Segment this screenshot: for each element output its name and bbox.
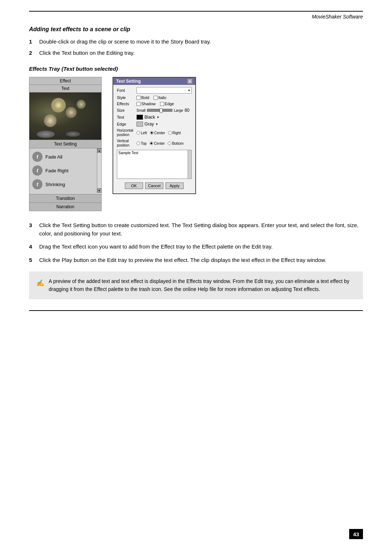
figure-caption: Effects Tray (Text button selected) xyxy=(29,66,363,72)
step-5: 5 Click the Play button on the Edit tray… xyxy=(29,256,363,264)
flower-2 xyxy=(66,107,77,118)
cancel-button[interactable]: Cancel xyxy=(145,182,163,189)
text-setting-bar: Text Setting xyxy=(29,140,101,148)
h-center-label: Center xyxy=(154,131,165,135)
font-row: Font ▼ xyxy=(117,87,192,94)
text-color-label: Black xyxy=(144,115,155,120)
text-color-row: Text Black ▼ xyxy=(117,115,192,120)
size-slider[interactable] xyxy=(147,109,172,112)
effects-checkboxes: Shadow Edge xyxy=(136,102,174,106)
step-num-1: 1 xyxy=(29,38,39,46)
v-top-radio[interactable]: Top xyxy=(136,141,147,145)
step-intro-1: 1 Double-click or drag the clip or scene… xyxy=(29,38,363,46)
h-left-label: Left xyxy=(141,131,147,135)
h-center-radio[interactable]: Center xyxy=(150,131,165,135)
style-checkboxes: Bold Italic xyxy=(136,95,167,100)
edge-field-label: Edge xyxy=(117,122,135,126)
step-4: 4 Drag the Text effect icon you want to … xyxy=(29,243,363,251)
fade-all-label: Fade All xyxy=(45,154,62,160)
edge-color-dropdown[interactable]: Gray ▼ xyxy=(136,122,192,127)
dialog-close-button[interactable]: × xyxy=(187,79,192,84)
dialog-body: Font ▼ Style Bold Ita xyxy=(113,85,195,193)
font-label: Font xyxy=(117,88,135,93)
scroll-track xyxy=(97,153,101,188)
step-text-2: Click the Text button on the Editing tra… xyxy=(39,49,135,57)
scroll-down-btn[interactable]: ▼ xyxy=(97,188,102,193)
note-text: A preview of the added text and text eff… xyxy=(49,277,356,294)
header-brand: MovieShaker Software xyxy=(29,14,363,20)
step-text-1: Double-click or drag the clip or scene t… xyxy=(39,38,211,46)
size-row: Size Small Large 80 xyxy=(117,108,192,113)
text-color-dd-arrow: ▼ xyxy=(156,116,159,119)
tray-scrollbar[interactable]: ▲ ▼ xyxy=(97,148,101,193)
h-center-dot xyxy=(150,131,154,135)
v-top-dot xyxy=(136,141,140,145)
edge-cb-box xyxy=(160,102,164,106)
shadow-label: Shadow xyxy=(141,102,156,106)
v-bottom-radio[interactable]: Bottom xyxy=(168,141,184,145)
edge-color-swatch xyxy=(136,122,143,127)
effects-label: Effects xyxy=(117,102,135,106)
shadow-checkbox[interactable]: Shadow xyxy=(136,102,156,106)
bottom-rule xyxy=(29,310,363,311)
text-color-dropdown[interactable]: Black ▼ xyxy=(136,115,192,120)
v-top-label: Top xyxy=(141,141,147,145)
v-bottom-label: Bottom xyxy=(172,141,184,145)
step-num-3: 3 xyxy=(29,221,39,230)
tray-image xyxy=(29,93,101,140)
italic-checkbox[interactable]: Italic xyxy=(154,95,167,100)
style-row: Style Bold Italic xyxy=(117,95,192,100)
step-text-3: Click the Text Setting button to create … xyxy=(39,221,363,238)
lily-pad-1 xyxy=(37,131,55,138)
section-title: Adding text effects to a scene or clip xyxy=(29,26,363,33)
sample-text-area[interactable]: Sample Text xyxy=(117,150,192,179)
apply-button[interactable]: Apply xyxy=(166,182,184,189)
step-text-4: Drag the Text effect icon you want to ad… xyxy=(39,243,363,251)
edge-cb-label: Edge xyxy=(165,102,174,106)
effect-item-fade-all[interactable]: t Fade All xyxy=(29,150,101,164)
scroll-up-btn[interactable]: ▲ xyxy=(97,148,102,153)
step-num-4: 4 xyxy=(29,243,39,251)
bold-checkbox[interactable]: Bold xyxy=(136,95,149,100)
h-right-radio[interactable]: Right xyxy=(168,131,181,135)
fade-all-icon: t xyxy=(32,152,42,162)
edge-checkbox[interactable]: Edge xyxy=(160,102,174,106)
vertical-radio-group: Top Center Bottom xyxy=(136,141,184,145)
note-box: ✍ A preview of the added text and text e… xyxy=(29,271,363,299)
screenshot-area: Effect Text Text Setting ▲ ▼ xyxy=(29,77,363,211)
ok-button[interactable]: OK xyxy=(125,182,143,189)
dialog-title: Text Setting xyxy=(116,79,141,84)
sample-scrollbar[interactable] xyxy=(188,150,191,178)
style-label: Style xyxy=(117,95,135,100)
edge-row: Edge Gray ▼ xyxy=(117,122,192,127)
effect-item-fade-right[interactable]: t Fade Right xyxy=(29,164,101,177)
sample-text-label: Sample Text xyxy=(118,151,138,155)
h-right-label: Right xyxy=(172,131,181,135)
shrinking-label: Shrinking xyxy=(45,182,65,187)
size-large-label: Large xyxy=(174,108,183,112)
dialog-titlebar: Text Setting × xyxy=(113,78,195,85)
v-center-dot xyxy=(150,141,153,145)
h-left-radio[interactable]: Left xyxy=(136,131,147,135)
horizontal-row: Horizontalposition Left Center Right xyxy=(117,128,192,137)
v-center-radio[interactable]: Center xyxy=(150,141,165,145)
narration-bar: Narration xyxy=(29,202,101,211)
step-num-5: 5 xyxy=(29,256,39,264)
effects-tray: Effect Text Text Setting ▲ ▼ xyxy=(29,77,102,211)
size-small-label: Small xyxy=(136,108,146,112)
flower-1 xyxy=(51,98,66,112)
edge-color-label: Gray xyxy=(144,122,154,127)
v-center-label: Center xyxy=(154,141,165,145)
effect-item-shrinking[interactable]: t Shrinking xyxy=(29,177,101,191)
bold-label: Bold xyxy=(141,95,149,100)
step-num-2: 2 xyxy=(29,49,39,57)
size-value: 80 xyxy=(185,108,189,113)
size-controls: Small Large 80 xyxy=(136,108,189,113)
note-icon: ✍ xyxy=(36,278,45,288)
steps-after-list: 3 Click the Text Setting button to creat… xyxy=(29,221,363,264)
font-dropdown[interactable]: ▼ xyxy=(136,87,192,94)
text-setting-dialog: Text Setting × Font ▼ Style xyxy=(113,77,196,194)
vertical-label: Verticalposition xyxy=(117,139,135,148)
lily-pad-2 xyxy=(66,131,80,137)
size-label: Size xyxy=(117,108,135,112)
